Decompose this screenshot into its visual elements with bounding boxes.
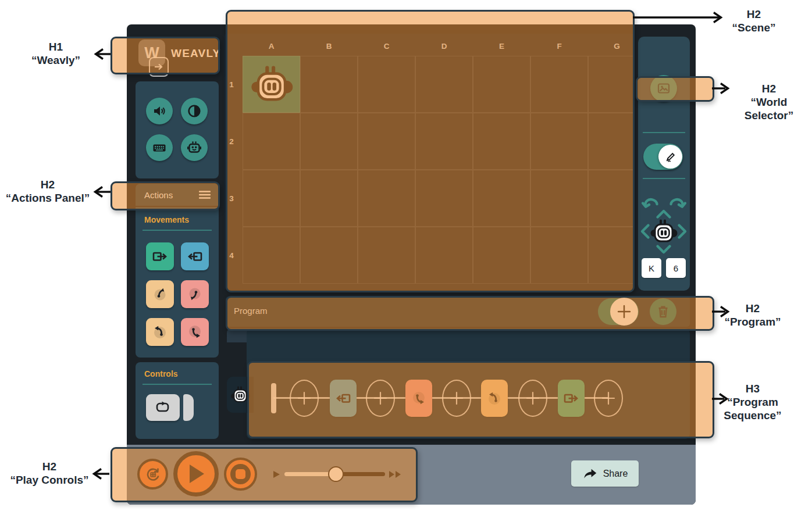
turn-right-90-action-button[interactable] [181,318,209,346]
heading-text: “Program Sequence” [720,395,785,422]
share-icon [582,467,597,481]
highlight-actions-panel [111,181,220,210]
contrast-icon [187,103,202,119]
heading-text: “Scene” [726,21,782,34]
heading-text: “Actions Panel” [1,191,94,205]
loop-end-cap[interactable] [183,394,194,421]
loop-icon [154,401,172,415]
forward-icon [152,248,168,265]
pen-toggle-knob [658,145,682,169]
movements-section: Movements [136,207,219,358]
forward-action-button[interactable] [146,242,174,270]
heading-level: H2 [722,302,783,315]
annotation-world-selector: H2 “World Selector” [726,82,812,122]
turn-right-45-icon [187,286,203,302]
share-label: Share [603,469,628,479]
move-down-button[interactable] [656,244,672,255]
world-character-panel: K 6 [638,37,690,291]
highlight-scene [226,10,635,292]
move-left-button[interactable] [640,223,650,240]
highlight-program-sequence [247,361,714,438]
backward-action-button[interactable] [181,242,209,270]
highlight-world-selector [636,76,714,102]
turn-left-90-icon [152,324,168,340]
heading-level: H2 [6,460,93,473]
annotation-program-sequence: H3 “Program Sequence” [720,382,785,422]
heading-text: “Weavly” [22,53,90,67]
turn-right-45-action-button[interactable] [181,280,209,308]
annotation-actions-panel: H2 “Actions Panel” [1,178,94,205]
keyboard-button[interactable] [146,134,173,161]
audio-button[interactable] [146,98,173,124]
column-position-field[interactable]: K [642,258,661,278]
annotation-scene: H2 “Scene” [726,8,782,34]
controls-title: Controls [144,369,219,378]
quick-settings-panel [136,81,219,178]
highlight-play-controls [111,447,418,502]
pencil-icon [664,151,677,163]
turn-left-45-icon [152,286,168,302]
turn-right-90-icon [187,324,203,340]
annotated-screenshot: W WEAVLY Actions Movements Contr [0,0,812,518]
heading-text: “Play Conrols” [6,473,93,487]
share-button[interactable]: Share [571,460,639,487]
move-right-button[interactable] [677,223,688,240]
turn-left-90-action-button[interactable] [146,318,174,346]
heading-level: H2 [726,82,812,95]
robot-face-icon [187,140,202,155]
heading-text: “Program” [722,315,783,328]
heading-level: H1 [22,40,90,53]
row-position-field[interactable]: 6 [666,258,686,278]
heading-level: H2 [726,8,782,21]
keyboard-icon [152,140,167,155]
controls-section: Controls [136,362,219,439]
annotation-weavly: H1 “Weavly” [22,40,90,67]
pen-toggle[interactable] [643,144,683,170]
movements-title: Movements [144,215,219,224]
highlight-program [226,296,714,331]
annotation-play-controls: H2 “Play Conrols” [6,460,93,487]
loop-action-button[interactable] [146,394,180,421]
turn-left-45-action-button[interactable] [146,280,174,308]
heading-text: “World Selector” [726,95,812,122]
highlight-weavly [111,37,220,74]
contrast-button[interactable] [181,98,208,124]
character-preview [650,217,678,245]
heading-level: H3 [720,382,785,395]
backward-icon [187,248,203,265]
speaker-icon [152,103,167,119]
heading-level: H2 [1,178,94,191]
annotation-program: H2 “Program” [722,302,783,328]
robot-character-button[interactable] [181,134,208,161]
